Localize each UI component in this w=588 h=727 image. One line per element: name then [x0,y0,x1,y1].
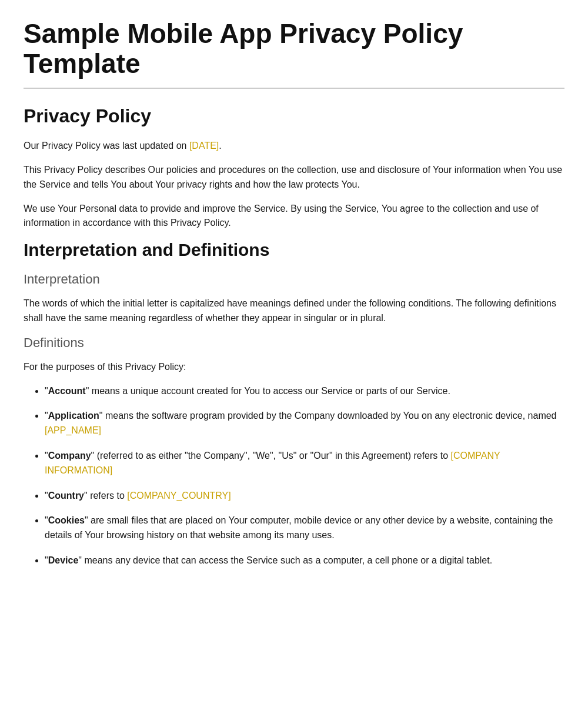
list-item: "Account" means a unique account created… [45,384,564,399]
last-updated-text: Our Privacy Policy was last updated on [… [24,139,564,154]
list-item: "Cookies" are small files that are place… [45,513,564,543]
definitions-subheading: Definitions [24,335,564,351]
list-item: "Device" means any device that can acces… [45,553,564,568]
interpretation-definitions-section: Interpretation and Definitions Interpret… [24,240,564,568]
privacy-policy-heading: Privacy Policy [24,105,564,127]
term-device: Device [48,555,79,565]
term-country: Country [48,491,84,501]
company-country-placeholder: [COMPANY_COUNTRY] [127,491,230,501]
definitions-subsection: Definitions For the purposes of this Pri… [24,335,564,568]
definitions-list: "Account" means a unique account created… [24,384,564,568]
term-cookies: Cookies [48,515,85,525]
privacy-policy-paragraph2: We use Your Personal data to provide and… [24,202,564,231]
list-item: "Company" (referred to as either "the Co… [45,449,564,478]
interpretation-subheading: Interpretation [24,272,564,287]
page-title: Sample Mobile App Privacy Policy Templat… [24,19,564,78]
interpretation-definitions-heading: Interpretation and Definitions [24,240,564,260]
privacy-policy-paragraph1: This Privacy Policy describes Our polici… [24,163,564,192]
definitions-intro: For the purposes of this Privacy Policy: [24,360,564,375]
privacy-policy-section: Privacy Policy Our Privacy Policy was la… [24,105,564,231]
app-name-placeholder: [APP_NAME] [45,425,101,435]
interpretation-subsection: Interpretation The words of which the in… [24,272,564,326]
term-company: Company [48,451,91,461]
last-updated-date: [DATE] [189,141,219,151]
title-divider [24,88,564,89]
company-info-placeholder: [COMPANY INFORMATION] [45,451,500,475]
list-item: "Application" means the software program… [45,409,564,438]
term-account: Account [48,386,86,396]
term-application: Application [48,411,99,421]
list-item: "Country" refers to [COMPANY_COUNTRY] [45,489,564,503]
interpretation-paragraph: The words of which the initial letter is… [24,296,564,326]
